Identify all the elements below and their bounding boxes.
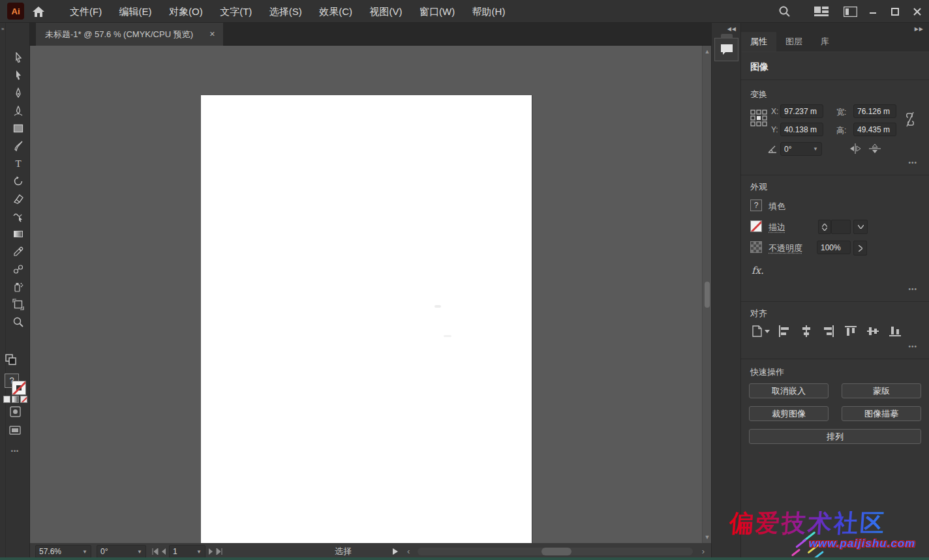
stroke-label[interactable]: 描边 bbox=[769, 222, 785, 233]
horizontal-scrollbar[interactable] bbox=[418, 548, 693, 555]
rotation-angle-select[interactable]: 0° ▼ bbox=[780, 142, 822, 156]
align-horizontal-center-button[interactable] bbox=[800, 325, 813, 338]
image-trace-button[interactable]: 图像描摹 bbox=[842, 406, 921, 421]
menu-object[interactable]: 对象(O) bbox=[162, 0, 210, 23]
stroke-color-swatch[interactable] bbox=[12, 381, 26, 395]
menu-file[interactable]: 文件(F) bbox=[63, 0, 109, 23]
align-bottom-button[interactable] bbox=[889, 325, 902, 338]
scroll-down-icon[interactable]: ▼ bbox=[703, 533, 711, 542]
eyedropper-tool[interactable] bbox=[6, 243, 30, 260]
tab-libraries[interactable]: 库 bbox=[812, 32, 838, 52]
prev-artboard-icon[interactable] bbox=[161, 548, 166, 555]
menu-select[interactable]: 选择(S) bbox=[262, 0, 309, 23]
screen-mode-button[interactable] bbox=[0, 426, 30, 435]
stroke-weight-stepper[interactable] bbox=[818, 220, 831, 234]
rotation-select[interactable]: 0° ▼ bbox=[97, 545, 146, 558]
menu-edit[interactable]: 编辑(E) bbox=[112, 0, 159, 23]
stroke-swatch[interactable] bbox=[750, 220, 762, 232]
align-left-button[interactable] bbox=[778, 325, 791, 338]
transform-more-options[interactable]: ••• bbox=[908, 159, 917, 166]
next-artboard-icon[interactable] bbox=[208, 548, 213, 555]
fx-button[interactable]: fx. bbox=[752, 265, 764, 276]
scroll-up-icon[interactable]: ▲ bbox=[703, 47, 711, 56]
tab-properties[interactable]: 属性 bbox=[741, 32, 776, 52]
expand-panel-icon[interactable]: ▶▶ bbox=[915, 26, 924, 32]
shaper-tool[interactable] bbox=[6, 207, 30, 225]
artboard-tool[interactable] bbox=[6, 295, 30, 313]
vscroll-thumb[interactable] bbox=[705, 282, 710, 308]
rotate-tool[interactable] bbox=[6, 172, 30, 190]
tab-layers[interactable]: 图层 bbox=[776, 32, 812, 52]
crop-image-button[interactable]: 裁剪图像 bbox=[749, 406, 829, 421]
paintbrush-tool[interactable] bbox=[6, 137, 30, 155]
blend-tool[interactable] bbox=[6, 260, 30, 278]
align-top-button[interactable] bbox=[844, 325, 857, 338]
comments-panel-button[interactable] bbox=[714, 38, 739, 61]
eraser-tool[interactable] bbox=[6, 190, 30, 207]
toolbar-expand-icon[interactable]: » bbox=[1, 26, 5, 32]
mask-button[interactable]: 蒙版 bbox=[842, 383, 921, 398]
gradient-tool[interactable] bbox=[6, 225, 30, 243]
opacity-menu-button[interactable] bbox=[853, 241, 867, 256]
artboard-number-select[interactable]: 1 ▼ bbox=[169, 545, 206, 558]
home-button[interactable] bbox=[30, 4, 47, 19]
direct-selection-tool[interactable] bbox=[6, 66, 30, 84]
edit-toolbar-button[interactable]: ••• bbox=[0, 448, 30, 454]
artboard-page[interactable] bbox=[201, 95, 532, 543]
align-right-button[interactable] bbox=[822, 325, 835, 338]
last-artboard-icon[interactable] bbox=[216, 548, 223, 555]
hscroll-thumb[interactable] bbox=[541, 548, 571, 555]
symbol-sprayer-tool[interactable] bbox=[6, 278, 30, 295]
arrange-documents-button[interactable] bbox=[812, 0, 831, 23]
color-button[interactable] bbox=[3, 396, 10, 403]
stroke-unit-select[interactable] bbox=[853, 220, 868, 234]
zoom-level-select[interactable]: 57.6% ▼ bbox=[35, 545, 91, 558]
draw-normal-icon[interactable] bbox=[5, 354, 18, 366]
menu-view[interactable]: 视图(V) bbox=[363, 0, 410, 23]
pen-tool[interactable] bbox=[6, 84, 30, 102]
menu-help[interactable]: 帮助(H) bbox=[465, 0, 513, 23]
panel-expand-icon[interactable] bbox=[393, 548, 398, 555]
fill-swatch[interactable]: ? bbox=[750, 199, 762, 211]
menu-window[interactable]: 窗口(W) bbox=[412, 0, 462, 23]
menu-effect[interactable]: 效果(C) bbox=[312, 0, 359, 23]
unembed-button[interactable]: 取消嵌入 bbox=[749, 383, 829, 398]
align-to-select[interactable] bbox=[750, 325, 770, 338]
appearance-more-options[interactable]: ••• bbox=[908, 286, 917, 293]
fill-label[interactable]: 填色 bbox=[769, 201, 785, 213]
workspace-switcher-button[interactable] bbox=[840, 0, 860, 23]
x-field[interactable] bbox=[780, 104, 823, 118]
zoom-tool[interactable] bbox=[6, 313, 30, 331]
flip-vertical-button[interactable] bbox=[869, 143, 881, 154]
selection-tool[interactable] bbox=[6, 49, 30, 66]
flip-horizontal-button[interactable] bbox=[849, 143, 861, 154]
close-button[interactable] bbox=[906, 0, 929, 23]
search-button[interactable] bbox=[775, 0, 793, 23]
width-field[interactable] bbox=[853, 104, 896, 118]
type-tool[interactable]: T bbox=[6, 155, 30, 172]
first-artboard-icon[interactable] bbox=[151, 548, 159, 555]
document-tab[interactable]: 未标题-1* @ 57.6 % (CMYK/CPU 预览) ✕ bbox=[36, 23, 223, 46]
y-field[interactable] bbox=[780, 123, 823, 136]
opacity-field[interactable] bbox=[817, 241, 851, 254]
stroke-weight-value[interactable] bbox=[831, 220, 851, 234]
height-field[interactable] bbox=[853, 123, 896, 136]
none-button[interactable] bbox=[20, 396, 27, 403]
opacity-label[interactable]: 不透明度 bbox=[769, 243, 802, 254]
draw-mode-button[interactable] bbox=[0, 406, 30, 417]
arrange-button[interactable]: 排列 bbox=[749, 429, 921, 444]
maximize-button[interactable] bbox=[883, 0, 907, 23]
tab-close-icon[interactable]: ✕ bbox=[209, 30, 215, 38]
align-vertical-center-button[interactable] bbox=[866, 325, 879, 338]
rectangle-tool[interactable] bbox=[6, 119, 30, 137]
minimize-button[interactable] bbox=[861, 0, 885, 23]
align-more-options[interactable]: ••• bbox=[908, 343, 917, 350]
constrain-proportions-icon[interactable] bbox=[904, 111, 916, 128]
vertical-scrollbar[interactable]: ▲ ▼ bbox=[702, 46, 711, 543]
curvature-tool[interactable] bbox=[6, 102, 30, 119]
canvas[interactable]: ▲ ▼ bbox=[30, 46, 711, 543]
collapse-dock-icon[interactable]: ◀◀ bbox=[727, 26, 737, 32]
reference-point-icon[interactable] bbox=[750, 110, 767, 126]
opacity-swatch[interactable] bbox=[750, 241, 762, 253]
gradient-button[interactable] bbox=[12, 396, 19, 403]
